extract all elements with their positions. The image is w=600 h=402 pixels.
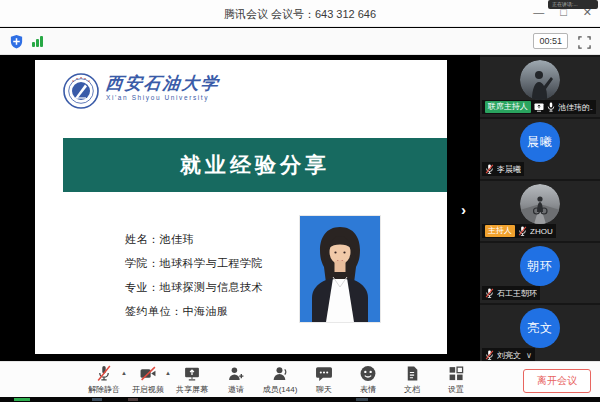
- security-shield-icon[interactable]: [9, 34, 24, 53]
- taskbar-green-mark: [14, 398, 30, 401]
- emoji-button[interactable]: 表情: [346, 365, 390, 395]
- participant-name: 李晨曦: [497, 164, 521, 175]
- slide-line-college: 学院：地球科学与工程学院: [125, 256, 263, 271]
- speaking-indicator-tooltip: 正在讲话:...: [548, 0, 598, 9]
- slide-title-banner: 就业经验分享: [63, 138, 447, 192]
- slide-line-name: 姓名：池佳玮: [125, 232, 263, 247]
- participants-sidebar: 联席主持人 池佳玮的... 晨曦 李晨曦: [480, 55, 600, 361]
- chevron-down-icon[interactable]: ∨: [526, 351, 532, 360]
- cohost-badge: 联席主持人: [485, 101, 531, 113]
- taskbar-mark: [356, 398, 368, 401]
- invite-button[interactable]: 邀请: [214, 365, 258, 395]
- meeting-title: 腾讯会议 会议号：643 312 646: [0, 7, 600, 22]
- university-name-en: Xi'an Shiyou University: [106, 94, 220, 101]
- window-titlebar: 腾讯会议 会议号：643 312 646 — □ ✕: [0, 0, 600, 27]
- mic-muted-icon: [485, 350, 494, 360]
- mic-muted-icon: [485, 288, 494, 298]
- avatar: [520, 60, 560, 100]
- participant-tile[interactable]: 朝环 石工王朝环: [480, 243, 600, 303]
- share-screen-button[interactable]: 共享屏幕: [170, 365, 214, 395]
- participant-name: 石工王朝环: [497, 288, 537, 299]
- screen-share-mini-icon: [534, 103, 544, 112]
- fullscreen-icon[interactable]: [578, 35, 591, 53]
- network-signal-icon[interactable]: [32, 35, 43, 47]
- members-button[interactable]: 成员(144): [258, 365, 302, 395]
- avatar: 朝环: [520, 246, 560, 286]
- start-video-button[interactable]: 开启视频 ▲: [126, 365, 170, 395]
- participant-tile[interactable]: 联席主持人 池佳玮的...: [480, 57, 600, 117]
- id-photo: [300, 216, 380, 322]
- mic-muted-icon: [518, 226, 527, 236]
- university-name-cn: 西安石油大学: [105, 73, 221, 93]
- presentation-slide: 西安石油大学 Xi'an Shiyou University 就业经验分享 姓名…: [35, 60, 447, 354]
- sidebar-collapse-chevron[interactable]: ›: [461, 201, 466, 218]
- taskbar-sliver: [0, 397, 600, 402]
- avatar: 晨曦: [520, 122, 560, 162]
- mic-muted-icon: [485, 164, 494, 174]
- meeting-toolbar: 解除静音 ▲ 开启视频 ▲ 共享屏幕 邀请 成员(144) 聊天 表情 文档 设…: [0, 361, 600, 397]
- leave-meeting-button[interactable]: 离开会议: [523, 369, 591, 393]
- university-emblem-icon: [63, 73, 99, 113]
- meeting-timer: 00:51: [533, 33, 568, 49]
- slide-title: 就业经验分享: [180, 151, 330, 179]
- chat-button[interactable]: 聊天: [302, 365, 346, 395]
- avatar-initials: 朝环: [527, 258, 553, 275]
- avatar: 亮文: [520, 308, 560, 348]
- meeting-infobar: 00:51: [0, 28, 600, 55]
- participant-name: ZHOU: [530, 227, 553, 236]
- host-badge: 主持人: [485, 225, 515, 237]
- avatar-initials: 晨曦: [527, 134, 553, 151]
- taskbar-mark: [128, 398, 138, 401]
- mic-on-icon: [547, 102, 555, 112]
- slide-body-text: 姓名：池佳玮 学院：地球科学与工程学院 专业：地球探测与信息技术 签约单位：中海…: [125, 232, 263, 328]
- unmute-button[interactable]: 解除静音 ▲: [82, 365, 126, 395]
- settings-button[interactable]: 设置: [434, 365, 478, 395]
- participant-name: 池佳玮的...: [558, 102, 593, 113]
- avatar: [520, 184, 560, 224]
- documents-button[interactable]: 文档: [390, 365, 434, 395]
- minimize-button[interactable]: —: [533, 5, 544, 19]
- shared-screen-area: 西安石油大学 Xi'an Shiyou University 就业经验分享 姓名…: [0, 55, 480, 361]
- participant-tile[interactable]: 主持人 ZHOU: [480, 181, 600, 241]
- slide-line-major: 专业：地球探测与信息技术: [125, 280, 263, 295]
- avatar-initials: 亮文: [527, 320, 553, 337]
- participant-name: 刘亮文: [497, 350, 521, 361]
- participant-tile[interactable]: 晨曦 李晨曦: [480, 119, 600, 179]
- slide-line-employer: 签约单位：中海油服: [125, 304, 263, 319]
- participant-tile[interactable]: 亮文 刘亮文 ∨: [480, 305, 600, 361]
- taskbar-mark: [92, 398, 102, 401]
- university-logo: 西安石油大学 Xi'an Shiyou University: [63, 73, 220, 113]
